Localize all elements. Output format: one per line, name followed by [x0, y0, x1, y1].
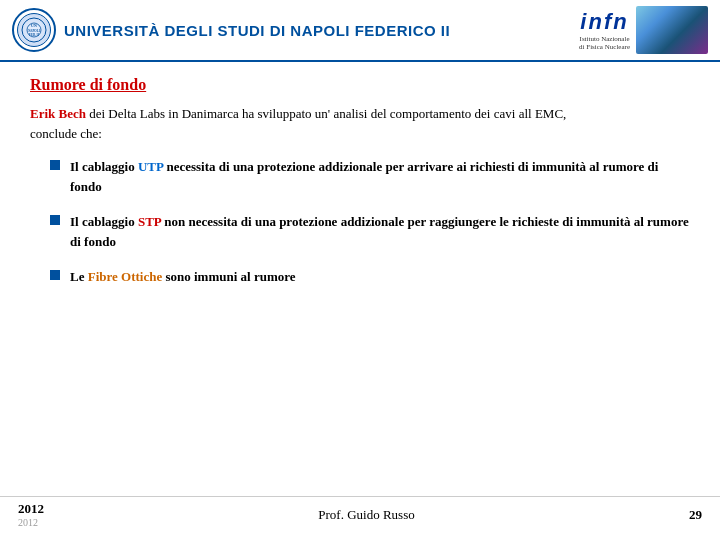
- bullet-list: Il cablaggio UTP necessita di una protez…: [50, 157, 690, 287]
- infn-logo: infn Istituto Nazionaledi Fisica Nuclear…: [579, 9, 630, 52]
- bullet-text-utp: Il cablaggio UTP necessita di una protez…: [70, 157, 690, 196]
- bullet-square-3: [50, 270, 60, 280]
- bullet-square-1: [50, 160, 60, 170]
- svg-text:UN: UN: [31, 23, 37, 28]
- svg-text:FED. II: FED. II: [29, 33, 40, 37]
- stp-label: STP: [138, 214, 161, 229]
- slide-content: Rumore di fondo Erik Bech dei Delta Labs…: [0, 62, 720, 313]
- header-right: infn Istituto Nazionaledi Fisica Nuclear…: [579, 6, 708, 54]
- intro-paragraph: Erik Bech dei Delta Labs in Danimarca ha…: [30, 104, 690, 143]
- footer-presenter: Prof. Guido Russo: [318, 507, 414, 523]
- intro-conclude: conclude che:: [30, 126, 102, 141]
- infn-subtitle: Istituto Nazionaledi Fisica Nucleare: [579, 35, 630, 52]
- bullet-item-fibre: Le Fibre Ottiche sono immuni al rumore: [50, 267, 690, 287]
- intro-rest: dei Delta Labs in Danimarca ha sviluppat…: [86, 106, 566, 121]
- bullet-item-utp: Il cablaggio UTP necessita di una protez…: [50, 157, 690, 196]
- header: UN NAPOLI FED. II Università degli Studi…: [0, 0, 720, 62]
- header-left: UN NAPOLI FED. II Università degli Studi…: [12, 8, 450, 52]
- author-name: Erik Bech: [30, 106, 86, 121]
- slide-title: Rumore di fondo: [30, 76, 690, 94]
- bullet-item-stp: Il cablaggio STP non necessita di una pr…: [50, 212, 690, 251]
- seal-inner: UN NAPOLI FED. II: [17, 13, 51, 47]
- header-photo: [636, 6, 708, 54]
- footer-year-sub: 2012: [18, 517, 44, 528]
- university-seal: UN NAPOLI FED. II: [12, 8, 56, 52]
- bullet-text-fibre: Le Fibre Ottiche sono immuni al rumore: [70, 267, 296, 287]
- footer-year-block: 2012 2012: [18, 501, 44, 528]
- fibre-label: Fibre Ottiche: [88, 269, 163, 284]
- footer: 2012 2012 Prof. Guido Russo 29: [0, 496, 720, 532]
- infn-text: infn: [580, 9, 628, 35]
- bullet-text-stp: Il cablaggio STP non necessita di una pr…: [70, 212, 690, 251]
- footer-year: 2012: [18, 501, 44, 517]
- utp-label: UTP: [138, 159, 163, 174]
- university-title: Università degli Studi di Napoli Federic…: [64, 22, 450, 39]
- footer-page-number: 29: [689, 507, 702, 523]
- bullet-square-2: [50, 215, 60, 225]
